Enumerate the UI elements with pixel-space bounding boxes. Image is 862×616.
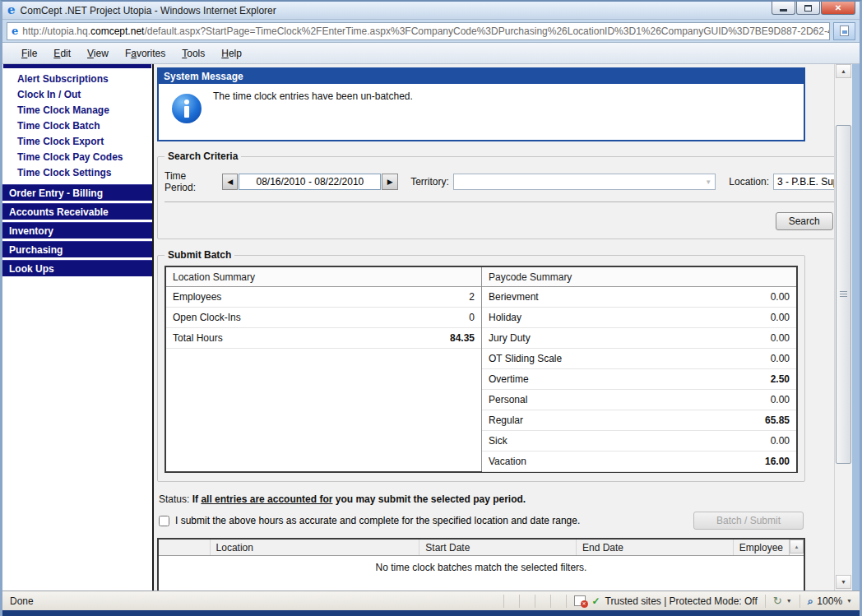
search-criteria-group: Search Criteria Time Period: ◀ 08/16/201… xyxy=(157,151,834,239)
page-content: Alert Subscriptions Clock In / Out Time … xyxy=(2,64,860,591)
location-value: 3 - P.B.E. Supply Inc xyxy=(777,176,834,188)
trusted-check-icon: ✓ xyxy=(592,595,600,607)
table-row: Jury Duty 0.00 xyxy=(482,328,796,349)
batches-table: Location Start Date End Date Employee ▲ … xyxy=(157,538,805,591)
sidebar-item-alert-subscriptions[interactable]: Alert Subscriptions xyxy=(2,72,152,87)
location-select[interactable]: 3 - P.B.E. Supply Inc ▼ xyxy=(773,174,834,190)
location-summary-header: Location Summary xyxy=(166,267,481,287)
submit-batch-group: Submit Batch Location Summary Employees … xyxy=(157,249,805,482)
table-row: Personal 0.00 xyxy=(482,390,796,410)
blocked-popup-icon[interactable] xyxy=(574,595,586,606)
window-title: ComCept .NET Project Utopia - Windows In… xyxy=(21,5,276,16)
column-header-start-date: Start Date xyxy=(419,540,577,555)
table-row: Sick 0.00 xyxy=(482,431,796,452)
sidebar-section-look-ups[interactable]: Look Ups xyxy=(2,260,152,276)
chevron-down-icon[interactable]: ▼ xyxy=(846,598,852,604)
paycode-summary-column: Paycode Summary Berievment 0.00 Holiday … xyxy=(481,267,796,471)
location-summary-column: Location Summary Employees 2 Open Clock-… xyxy=(166,267,481,471)
system-message-panel: System Message The time clock entries ha… xyxy=(157,67,805,141)
minimize-button[interactable] xyxy=(772,2,795,15)
title-bar: e ComCept .NET Project Utopia - Windows … xyxy=(2,2,860,20)
url-input[interactable]: e http://utopia.hq.comcept.net/default.a… xyxy=(7,22,830,40)
confirm-hours-checkbox[interactable] xyxy=(159,516,169,526)
submit-batch-legend: Submit Batch xyxy=(165,249,234,261)
page-icon xyxy=(840,25,849,36)
back-arrow-icon: ◀ xyxy=(227,178,233,186)
column-header-location: Location xyxy=(211,540,420,555)
window-bottom-border xyxy=(2,610,860,616)
search-actions: Search Clear xyxy=(163,202,834,232)
sidebar-section-order-entry-billing[interactable]: Order Entry - Billing xyxy=(2,184,152,201)
system-message-header: System Message xyxy=(159,69,804,84)
browser-scrollbar[interactable]: ▲ ▼ xyxy=(834,64,852,591)
search-criteria-row: Time Period: ◀ 08/16/2010 - 08/22/2010 ▶… xyxy=(163,165,834,201)
forward-arrow-icon: ▶ xyxy=(387,178,393,186)
compatibility-view-button[interactable] xyxy=(833,22,855,40)
sidebar-item-time-clock-export[interactable]: Time Clock Export xyxy=(2,134,152,150)
restore-button[interactable] xyxy=(796,2,820,15)
inprivate-refresh-icon[interactable]: ↻ xyxy=(773,595,782,607)
menu-tools[interactable]: Tools xyxy=(174,46,212,61)
zoom-level-text[interactable]: 100% xyxy=(817,595,842,607)
url-prefix: http://utopia.hq. xyxy=(22,25,90,37)
sidebar-section-inventory[interactable]: Inventory xyxy=(2,222,152,239)
favicon-icon: e xyxy=(12,25,18,36)
sidebar-item-time-clock-settings[interactable]: Time Clock Settings xyxy=(2,165,152,181)
search-criteria-legend: Search Criteria xyxy=(165,151,241,162)
time-period-field[interactable]: 08/16/2010 - 08/22/2010 xyxy=(239,174,381,190)
scrollbar-grip xyxy=(840,291,847,298)
zoom-magnifier-icon: ⌕ xyxy=(808,595,813,607)
menu-edit[interactable]: Edit xyxy=(46,46,78,61)
search-button[interactable]: Search xyxy=(776,212,833,230)
menu-file[interactable]: File xyxy=(14,46,44,61)
territory-select[interactable]: ▼ xyxy=(453,174,716,190)
url-path: /default.aspx?StartPage=TimeClock%2FEnte… xyxy=(144,25,830,37)
restore-icon xyxy=(804,5,812,12)
sidebar-section-partial xyxy=(3,64,151,68)
scrollbar-up-button[interactable]: ▲ xyxy=(836,64,851,78)
system-message-body: The time clock entries have been un-batc… xyxy=(159,84,804,140)
sidebar-section-purchasing[interactable]: Purchasing xyxy=(2,241,152,257)
close-button[interactable]: ✕ xyxy=(821,2,855,15)
table-row: Overtime 2.50 xyxy=(482,369,796,390)
main-area: System Message The time clock entries ha… xyxy=(154,64,834,591)
batches-table-header: Location Start Date End Date Employee ▲ xyxy=(159,540,804,556)
status-done-text: Done xyxy=(10,595,34,607)
window-controls: ✕ xyxy=(772,2,855,15)
table-row: Employees 2 xyxy=(166,287,481,308)
sidebar-item-time-clock-pay-codes[interactable]: Time Clock Pay Codes xyxy=(2,150,152,165)
summary-table: Location Summary Employees 2 Open Clock-… xyxy=(165,266,798,473)
menu-help[interactable]: Help xyxy=(214,46,249,61)
sidebar-section-accounts-receivable[interactable]: Accounts Receivable xyxy=(2,203,152,220)
batches-empty-message: No time clock batches match the selected… xyxy=(159,556,804,591)
territory-label: Territory: xyxy=(410,176,449,188)
scrollbar-thumb[interactable] xyxy=(836,125,851,464)
close-icon: ✕ xyxy=(835,3,841,12)
sidebar-item-time-clock-batch[interactable]: Time Clock Batch xyxy=(2,118,152,134)
scrollbar-down-button[interactable]: ▼ xyxy=(836,575,851,589)
confirm-hours-label: I submit the above hours as accurate and… xyxy=(175,515,580,526)
sidebar-item-clock-in-out[interactable]: Clock In / Out xyxy=(2,87,152,103)
batch-status-line: Status: If all entries are accounted for… xyxy=(157,492,805,510)
system-message-text: The time clock entries have been un-batc… xyxy=(213,89,413,135)
sidebar-item-time-clock-manage[interactable]: Time Clock Manage xyxy=(2,103,152,118)
minimize-icon xyxy=(780,9,787,12)
batch-submit-button[interactable]: Batch / Submit xyxy=(693,512,804,530)
ie-logo-icon: e xyxy=(7,4,16,16)
status-bar: Done ✓ Trusted sites | Protected Mode: O… xyxy=(2,591,860,610)
table-row: Total Hours 84.35 xyxy=(166,328,481,349)
security-zone-text[interactable]: Trusted sites | Protected Mode: Off xyxy=(605,595,758,607)
sidebar-links: Alert Subscriptions Clock In / Out Time … xyxy=(2,72,152,181)
submit-confirmation-row: I submit the above hours as accurate and… xyxy=(157,510,805,538)
table-row: Regular 65.85 xyxy=(482,410,796,431)
table-scrollbar[interactable]: ▲ xyxy=(789,540,804,555)
next-period-button[interactable]: ▶ xyxy=(382,174,397,190)
menu-view[interactable]: View xyxy=(80,46,116,61)
address-bar: e http://utopia.hq.comcept.net/default.a… xyxy=(2,20,860,43)
scroll-up-icon[interactable]: ▲ xyxy=(790,540,804,553)
column-header-blank xyxy=(159,540,211,555)
chevron-down-icon[interactable]: ▼ xyxy=(786,598,792,604)
menu-favorites[interactable]: Favorites xyxy=(118,46,173,61)
table-row: Berievment 0.00 xyxy=(482,287,796,308)
previous-period-button[interactable]: ◀ xyxy=(222,174,238,190)
